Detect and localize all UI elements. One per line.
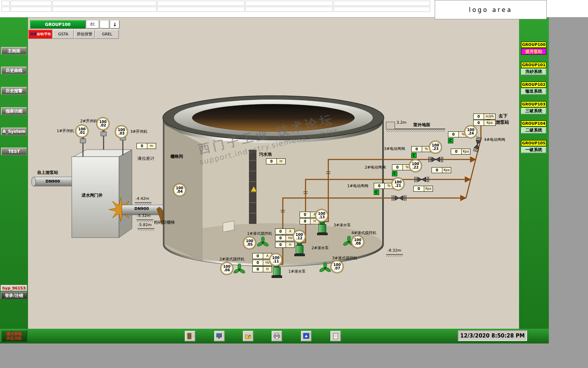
auto-manual-toggle[interactable]: 选择 自动/手动 <box>28 29 52 39</box>
header-cell <box>245 7 333 12</box>
header-cell <box>334 1 430 6</box>
folder-edit-icon[interactable] <box>243 331 253 341</box>
group100-name[interactable]: 提升泵站 <box>521 48 546 55</box>
group104-tag[interactable]: GROUP104 <box>521 121 546 127</box>
label: 主画面 <box>8 48 20 54</box>
elev2-label: -5.32m <box>137 213 150 218</box>
valve3-control-indicator[interactable]: C <box>411 153 416 158</box>
group101-name[interactable]: 洗砂系统 <box>521 69 546 75</box>
label: 报表功能 <box>6 108 22 114</box>
sidebar-item-main-screen[interactable]: 主画面 <box>1 47 27 55</box>
mixer-3-graphic[interactable] <box>319 262 331 274</box>
value: 0 <box>392 165 403 170</box>
valve1-control-indicator[interactable]: C <box>374 190 379 195</box>
level-diff-value[interactable]: 0m <box>136 143 156 149</box>
group103-tag[interactable]: GROUP103 <box>521 101 546 107</box>
tag-suffix: .21 <box>395 184 401 188</box>
valve1-pressure-value[interactable]: 0Kpa <box>413 186 433 192</box>
group-alarm-button[interactable]: 群组报警 <box>74 29 95 39</box>
instrument-100-03[interactable]: 100.03 <box>115 125 128 138</box>
instrument-100-05[interactable]: 100.05 <box>243 237 256 249</box>
group102-tag[interactable]: GROUP102 <box>521 82 546 88</box>
valve2-pressure-value[interactable]: 0Kpa <box>432 167 451 173</box>
valve-4-label: 4#电动闸阀 <box>484 137 505 142</box>
group105-tag[interactable]: GROUP105 <box>521 140 546 146</box>
gsta-button[interactable]: GSTA <box>52 29 74 39</box>
pump-3-graphic[interactable] <box>317 220 328 235</box>
valve-4-symbol[interactable] <box>473 137 482 152</box>
crusher-grid-label: 粉碎型栅格 <box>154 219 175 225</box>
pool-level-value[interactable]: 0m <box>266 158 286 164</box>
app-window-icon[interactable] <box>301 331 312 341</box>
group102-name[interactable]: 输送系统 <box>521 88 546 95</box>
sidebar-item-report[interactable]: 报表功能 <box>1 107 27 115</box>
sidebar-item-history-curve[interactable]: 历史曲线 <box>1 67 27 74</box>
sidebar-item-history-alarm[interactable]: 历史报警 <box>1 87 27 95</box>
unit: H <box>263 267 272 272</box>
blank-button[interactable] <box>100 20 110 29</box>
instrument-100-22[interactable]: 100.22 <box>409 159 422 172</box>
valve3-pressure-value[interactable]: 0Kpa <box>451 149 470 155</box>
group1-hours-value[interactable]: 0H <box>275 242 295 248</box>
valve3-position-value[interactable]: 0% <box>411 146 431 152</box>
instrument-100-12[interactable]: 100.12 <box>293 230 306 243</box>
group104-name[interactable]: 二破系统 <box>521 127 546 134</box>
valve4-control-indicator[interactable]: C <box>448 138 453 143</box>
group2-current-value[interactable]: 0A <box>252 253 272 259</box>
grel-button[interactable]: GREL <box>95 29 119 39</box>
outflow-pressure-value[interactable]: 0Kpa <box>473 120 496 126</box>
sidebar-item-test[interactable]: TEST <box>1 148 27 155</box>
group2-freq-value[interactable]: 0Hz <box>252 260 272 266</box>
instrument-100-01[interactable]: 100.01 <box>76 125 88 137</box>
valve2-control-indicator[interactable]: C <box>392 171 397 176</box>
instrument-100-07[interactable]: 100.07 <box>331 260 343 273</box>
tag-suffix: .01 <box>79 131 85 135</box>
unit: m3/h <box>484 114 495 119</box>
pump-2-graphic[interactable] <box>294 241 305 256</box>
group1-current-value[interactable]: 0A <box>275 229 295 234</box>
mixer-3-label: 3#潜式搅拌机 <box>332 255 357 261</box>
pump-body <box>273 267 281 275</box>
exit-door-icon[interactable] <box>185 331 195 341</box>
valve1-position-value[interactable]: 0% <box>374 183 393 189</box>
group2-hours-value[interactable]: 0H <box>252 266 272 272</box>
ec-button[interactable]: EC <box>86 20 99 29</box>
group100-tag[interactable]: GROUP100 <box>521 42 546 48</box>
logo-text: logo area <box>469 6 513 13</box>
mixer-1-label: 1#潜式搅拌机 <box>247 231 272 236</box>
monitor-icon[interactable] <box>214 331 225 341</box>
instrument-100-21[interactable]: 100.21 <box>392 178 404 190</box>
mixer-2-graphic[interactable] <box>233 264 245 275</box>
label: TEST <box>8 149 20 154</box>
instrument-100-06[interactable]: 100.06 <box>220 262 233 275</box>
notepad-icon[interactable] <box>330 331 341 341</box>
group101-tag[interactable]: GROUP101 <box>521 62 546 68</box>
unit: Kpa <box>424 186 433 191</box>
instrument-100-13[interactable]: 100.13 <box>315 209 328 222</box>
group1-freq-value[interactable]: 0Hz <box>275 235 295 241</box>
header-cell <box>334 7 430 12</box>
group100-toolbar-button[interactable]: GROUP100 <box>30 20 86 29</box>
dest-label-1: 去下 <box>498 113 507 119</box>
tag-suffix: .22 <box>412 166 419 169</box>
login-logout-button[interactable]: 登录/注销 <box>1 292 27 299</box>
instrument-100-08[interactable]: 100.08 <box>351 236 364 248</box>
group105-name[interactable]: 一破系统 <box>521 147 546 153</box>
sidebar-item-a-system[interactable]: A_System <box>1 128 27 135</box>
instrument-100-23[interactable]: 100.23 <box>429 141 442 154</box>
instrument-100-11[interactable]: 100.11 <box>270 253 282 266</box>
printer-icon[interactable] <box>272 331 282 341</box>
mixer-1-graphic[interactable] <box>257 237 269 248</box>
dest-label-2: 游泵站 <box>496 119 509 125</box>
group103-name[interactable]: 三破系统 <box>521 108 546 114</box>
valve2-position-value[interactable]: 0% <box>392 164 412 170</box>
arrow-down-button[interactable]: ↓ <box>110 20 120 29</box>
outflow-flow-value[interactable]: 0m3/h <box>473 114 496 120</box>
instrument-100-24[interactable]: 100.24 <box>464 125 477 138</box>
unit: m <box>277 159 285 164</box>
instrument-100-04[interactable]: 100.04 <box>173 184 186 196</box>
exit-shutdown-button[interactable]: 退出系统 并且关机 <box>1 330 27 342</box>
header-cell <box>1 7 10 12</box>
elev1-label: -4.42m <box>135 196 149 201</box>
instrument-100-02[interactable]: 100.02 <box>97 117 109 130</box>
